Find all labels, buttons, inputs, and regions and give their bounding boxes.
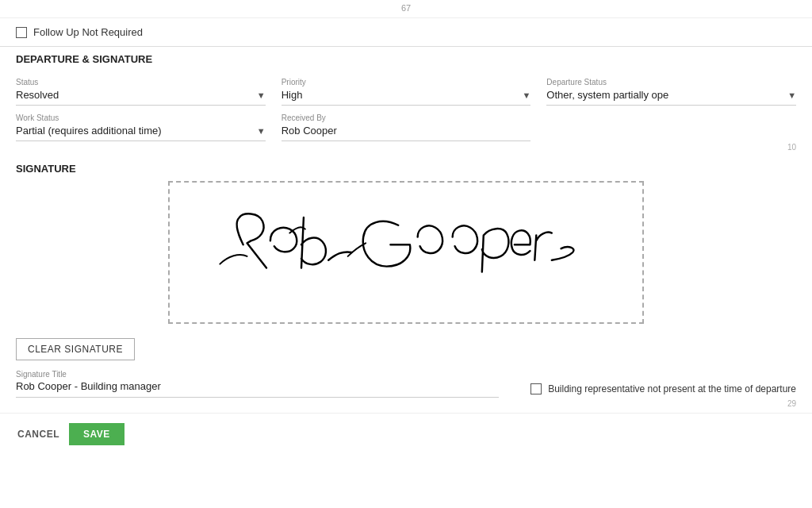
fields-row-1: Status Resolved ▼ Priority High ▼ Depart…	[0, 71, 812, 106]
char-count-1: 10	[0, 141, 812, 155]
signature-box-wrapper	[0, 181, 812, 332]
priority-dropdown-arrow: ▼	[522, 90, 530, 100]
received-by-field: Received By Rob Cooper	[282, 114, 531, 141]
departure-status-field: Departure Status Other, system partially…	[546, 78, 796, 106]
clear-btn-row: CLEAR SIGNATURE	[0, 332, 812, 367]
signature-svg	[170, 183, 642, 322]
top-number: 67	[0, 0, 812, 18]
received-by-text: Rob Cooper	[282, 125, 337, 137]
work-status-field: Work Status Partial (requires additional…	[16, 114, 266, 141]
page-container: 67 Follow Up Not Required DEPARTURE & SI…	[0, 0, 812, 508]
work-status-value[interactable]: Partial (requires additional time) ▼	[16, 124, 266, 141]
status-field: Status Resolved ▼	[16, 78, 266, 106]
save-button[interactable]: SAVE	[69, 423, 124, 445]
signature-header: SIGNATURE	[0, 155, 812, 181]
work-status-dropdown-arrow: ▼	[257, 126, 266, 136]
representative-checkbox[interactable]	[530, 383, 542, 394]
fields-row-2: Work Status Partial (requires additional…	[0, 106, 812, 141]
follow-up-label: Follow Up Not Required	[33, 26, 143, 38]
follow-up-checkbox[interactable]	[16, 27, 27, 38]
departure-status-value[interactable]: Other, system partially ope ▼	[546, 88, 796, 106]
representative-check: Building representative not present at t…	[530, 383, 796, 398]
cancel-button[interactable]: CANCEL	[16, 425, 61, 443]
signature-title-field: Signature Title Rob Cooper - Building ma…	[16, 370, 499, 398]
representative-label: Building representative not present at t…	[548, 383, 796, 394]
follow-up-row: Follow Up Not Required	[0, 18, 812, 46]
status-label: Status	[16, 78, 266, 87]
signature-title-label: Signature Title	[16, 370, 499, 379]
status-text: Resolved	[16, 89, 59, 101]
priority-field: Priority High ▼	[282, 78, 531, 106]
received-by-value[interactable]: Rob Cooper	[282, 124, 531, 141]
departure-signature-header: DEPARTURE & SIGNATURE	[0, 46, 812, 71]
action-bar: CANCEL SAVE	[0, 413, 812, 455]
status-value[interactable]: Resolved ▼	[16, 88, 266, 106]
signature-canvas[interactable]	[168, 181, 644, 324]
bottom-fields-row: Signature Title Rob Cooper - Building ma…	[0, 367, 812, 398]
departure-status-dropdown-arrow: ▼	[787, 90, 796, 100]
priority-value[interactable]: High ▼	[282, 88, 531, 106]
work-status-text: Partial (requires additional time)	[16, 125, 162, 137]
priority-label: Priority	[282, 78, 531, 87]
clear-signature-button[interactable]: CLEAR SIGNATURE	[16, 338, 135, 360]
departure-status-label: Departure Status	[546, 78, 796, 87]
priority-text: High	[282, 89, 303, 101]
received-by-label: Received By	[282, 114, 531, 122]
status-dropdown-arrow: ▼	[257, 90, 266, 100]
departure-status-text: Other, system partially ope	[546, 89, 668, 101]
signature-title-value[interactable]: Rob Cooper - Building manager	[16, 380, 499, 398]
char-count-2: 29	[0, 398, 812, 410]
work-status-label: Work Status	[16, 114, 266, 122]
